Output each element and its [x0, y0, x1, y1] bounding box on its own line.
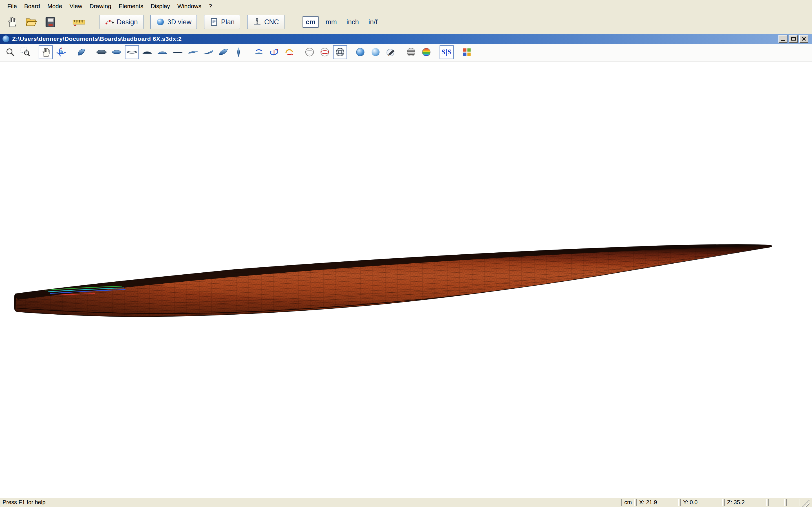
side-view-curve-icon[interactable] — [186, 45, 200, 59]
design-nodes-icon — [105, 17, 114, 26]
ruler-icon[interactable] — [71, 14, 87, 30]
render-sketch-icon[interactable] — [384, 45, 398, 59]
blue-sphere-icon — [3, 36, 9, 42]
unit-inch[interactable]: inch — [344, 17, 361, 27]
orbit-rotate-icon[interactable] — [54, 45, 68, 59]
cnc-machine-icon — [253, 17, 262, 26]
render-mesh-icon[interactable] — [333, 45, 347, 59]
statusbar-help: Press F1 for help — [3, 499, 45, 506]
menubar: File Board Mode View Drawing Elements Di… — [0, 0, 812, 12]
menu-view[interactable]: View — [66, 1, 86, 11]
viewport-3d[interactable] — [0, 61, 812, 498]
menu-drawing[interactable]: Drawing — [86, 1, 115, 11]
cnc-mode-button[interactable]: CNC — [247, 15, 285, 29]
unit-inf[interactable]: in/f — [366, 17, 380, 27]
perspective-leaf-icon[interactable] — [216, 45, 231, 59]
render-wire-red-icon[interactable] — [318, 45, 332, 59]
zoom-window-icon[interactable] — [18, 45, 33, 59]
unit-mm[interactable]: mm — [323, 17, 340, 27]
3dview-mode-button[interactable]: 3D view — [150, 15, 197, 29]
side-view-thin-icon[interactable] — [170, 45, 185, 59]
pan-hand-icon[interactable] — [39, 45, 53, 59]
menu-elements[interactable]: Elements — [115, 1, 147, 11]
statusbar-extra-1 — [768, 499, 784, 506]
unit-selector: cm mm inch in/f — [303, 16, 380, 28]
document-titlebar[interactable]: Z:\Users\dennery\Documents\Boards\badboa… — [0, 34, 812, 44]
render-layers-icon[interactable] — [404, 45, 418, 59]
render-wire-light-icon[interactable] — [303, 45, 317, 59]
menu-mode[interactable]: Mode — [44, 1, 66, 11]
menu-file[interactable]: File — [4, 1, 20, 11]
cnc-mode-label: CNC — [264, 18, 279, 26]
menu-help[interactable]: ? — [205, 1, 216, 11]
perspective-drop-icon[interactable] — [74, 45, 88, 59]
statusbar-coord-y: Y: 0.0 — [680, 499, 723, 506]
top-view-solid-icon[interactable] — [94, 45, 109, 59]
statusbar-coord-z: Z: 35.2 — [724, 499, 767, 506]
slices-sls-icon[interactable]: S|S — [440, 45, 454, 59]
statusbar: Press F1 for help cm X: 21.9 Y: 0.0 Z: 3… — [0, 498, 812, 507]
app-window: File Board Mode View Drawing Elements Di… — [0, 0, 812, 507]
zoom-icon[interactable] — [3, 45, 17, 59]
minimize-button[interactable] — [778, 35, 788, 43]
window-controls — [778, 35, 809, 43]
menu-board[interactable]: Board — [20, 1, 44, 11]
view-toolbar: S|S — [0, 44, 812, 61]
design-mode-button[interactable]: Design — [100, 15, 144, 29]
plan-mode-button[interactable]: Plan — [204, 15, 240, 29]
menu-windows[interactable]: Windows — [174, 1, 205, 11]
front-view-dark-icon[interactable] — [140, 45, 154, 59]
plan-mode-label: Plan — [221, 18, 235, 26]
design-mode-label: Design — [117, 18, 138, 26]
rotate-x-icon[interactable] — [282, 45, 296, 59]
plan-sheet-icon — [209, 17, 218, 26]
pointer-hand-icon[interactable] — [4, 14, 20, 30]
close-icon — [801, 36, 806, 41]
sphere-3d-icon — [156, 17, 165, 26]
render-smooth-icon[interactable] — [368, 45, 383, 59]
3dview-mode-label: 3D view — [167, 18, 192, 26]
main-toolbar: Design 3D view Plan CNC cm mm inch in/f — [0, 12, 812, 32]
save-notebook-icon[interactable] — [42, 14, 58, 30]
rotate-y-icon[interactable] — [267, 45, 281, 59]
rocker-wedge-icon[interactable] — [201, 45, 215, 59]
render-rainbow-icon[interactable] — [419, 45, 434, 59]
open-folder-icon[interactable] — [23, 14, 39, 30]
front-view-blue-icon[interactable] — [155, 45, 169, 59]
document-title: Z:\Users\dennery\Documents\Boards\badboa… — [12, 36, 182, 42]
maximize-button[interactable] — [789, 35, 798, 43]
vertical-view-icon[interactable] — [232, 45, 246, 59]
resize-grip[interactable] — [802, 499, 809, 507]
minimize-icon — [781, 40, 785, 41]
bottom-view-solid-icon[interactable] — [110, 45, 124, 59]
statusbar-coord-x: X: 21.9 — [637, 499, 679, 506]
color-squares-icon[interactable] — [460, 45, 474, 59]
surfboard-3d-render — [0, 61, 812, 498]
render-solid-icon[interactable] — [353, 45, 367, 59]
outline-view-icon[interactable] — [125, 45, 139, 59]
maximize-icon — [791, 37, 796, 41]
menu-display[interactable]: Display — [147, 1, 174, 11]
close-button[interactable] — [799, 35, 808, 43]
toolbar-gap — [0, 32, 812, 34]
flip-board-icon[interactable] — [252, 45, 266, 59]
statusbar-extra-2 — [786, 499, 800, 506]
unit-cm[interactable]: cm — [303, 16, 319, 28]
statusbar-unit: cm — [621, 499, 635, 506]
